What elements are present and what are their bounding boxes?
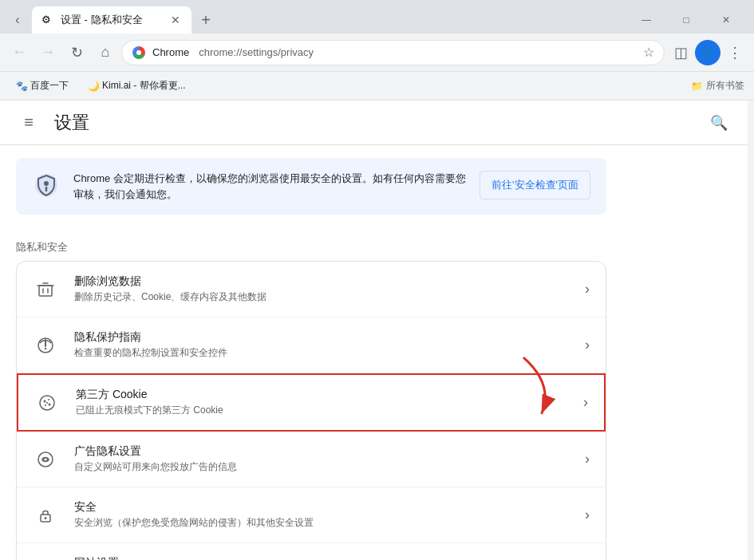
settings-card: 删除浏览数据 删除历史记录、Cookie、缓存内容及其他数据 › (16, 261, 606, 560)
svg-point-18 (46, 402, 48, 404)
settings-search-button[interactable]: 🔍 (706, 110, 732, 136)
address-bar[interactable]: Chrome chrome://settings/privacy ☆ (121, 40, 665, 65)
svg-point-10 (45, 347, 46, 349)
third-party-cookies-arrow: › (583, 394, 588, 411)
svg-point-22 (45, 517, 47, 519)
security-text: 安全 安全浏览（保护您免受危险网站的侵害）和其他安全设置 (74, 500, 569, 530)
tab-favicon: ⚙ (41, 14, 54, 26)
tab-back-btn[interactable]: ‹ (6, 9, 29, 31)
third-party-cookies-text: 第三方 Cookie 已阻止无痕模式下的第三方 Cookie (76, 388, 567, 417)
safety-check-text: Chrome 会定期进行检查，以确保您的浏览器使用最安全的设置。如有任何内容需要… (73, 171, 467, 202)
active-tab[interactable]: ⚙ 设置 - 隐私和安全 ✕ (32, 6, 191, 34)
settings-content: ≡ 设置 🔍 (0, 101, 748, 560)
address-url: chrome://settings/privacy (199, 46, 314, 58)
ad-privacy-icon (33, 447, 58, 472)
security-lock-icon (33, 503, 58, 528)
more-menu-button[interactable]: ⋮ (722, 40, 748, 65)
tab-title: 设置 - 隐私和安全 (61, 13, 163, 27)
safety-check-icon (32, 171, 61, 199)
ad-privacy-text: 广告隐私设置 自定义网站可用来向您投放广告的信息 (74, 444, 569, 474)
address-favicon (132, 45, 146, 60)
ad-privacy-subtitle: 自定义网站可用来向您投放广告的信息 (74, 460, 569, 474)
section-title: 隐私和安全 (16, 227, 606, 261)
profile-button[interactable]: 👤 (695, 40, 720, 65)
site-settings-title: 网站设置 (74, 556, 569, 560)
reload-button[interactable]: ↻ (64, 40, 89, 65)
svg-point-19 (38, 452, 53, 467)
bookmark-star-icon[interactable]: ☆ (643, 45, 654, 60)
kimi-favicon: 🌙 (88, 81, 99, 92)
cookie-icon (34, 390, 60, 416)
svg-point-15 (48, 399, 49, 400)
settings-item-privacy-guide[interactable]: 隐私保护指南 检查重要的隐私控制设置和安全控件 › (17, 317, 606, 373)
privacy-guide-text: 隐私保护指南 检查重要的隐私控制设置和安全控件 (74, 330, 569, 360)
menu-button[interactable]: ≡ (16, 110, 41, 136)
content-area: Chrome 会定期进行检查，以确保您的浏览器使用最安全的设置。如有任何内容需要… (0, 158, 622, 560)
bookmark-kimi[interactable]: 🌙 Kimi.ai - 帮你看更... (81, 76, 192, 96)
new-tab-button[interactable]: + (195, 9, 217, 31)
settings-item-ad-privacy[interactable]: 广告隐私设置 自定义网站可用来向您投放广告的信息 › (17, 432, 606, 487)
settings-item-security[interactable]: 安全 安全浏览（保护您免受危险网站的侵害）和其他安全设置 › (17, 487, 606, 543)
site-settings-text: 网站设置 控制网站可以使用和显示的信息（位置信息、摄像头、弹出式窗口等） (74, 556, 569, 560)
settings-header: ≡ 设置 🔍 (0, 101, 748, 145)
svg-point-20 (44, 457, 48, 461)
clear-browsing-subtitle: 删除历史记录、Cookie、缓存内容及其他数据 (74, 290, 569, 304)
privacy-guide-title: 隐私保护指南 (74, 330, 569, 345)
safety-check-banner: Chrome 会定期进行检查，以确保您的浏览器使用最安全的设置。如有任何内容需要… (16, 158, 606, 215)
settings-item-site-settings[interactable]: 网站设置 控制网站可以使用和显示的信息（位置信息、摄像头、弹出式窗口等） › (17, 543, 606, 560)
tab-close-button[interactable]: ✕ (169, 14, 182, 26)
clear-browsing-text: 删除浏览数据 删除历史记录、Cookie、缓存内容及其他数据 (74, 274, 569, 304)
svg-rect-3 (39, 286, 52, 296)
security-arrow: › (585, 507, 590, 523)
settings-item-third-party-cookies[interactable]: 第三方 Cookie 已阻止无痕模式下的第三方 Cookie › (17, 373, 606, 432)
trash-icon (33, 277, 58, 302)
security-subtitle: 安全浏览（保护您免受危险网站的侵害）和其他安全设置 (74, 516, 569, 530)
address-site-name: Chrome (152, 46, 189, 58)
chrome-logo-icon (132, 46, 145, 59)
bookmark-baidu[interactable]: 🐾 百度一下 (10, 76, 75, 96)
safety-check-description: Chrome 会定期进行检查，以确保您的浏览器使用最安全的设置。如有任何内容需要… (73, 171, 467, 202)
kimi-label: Kimi.ai - 帮你看更... (102, 79, 186, 93)
third-party-cookies-subtitle: 已阻止无痕模式下的第三方 Cookie (76, 404, 567, 417)
ad-privacy-arrow: › (585, 451, 590, 467)
baidu-favicon: 🐾 (16, 81, 27, 92)
browser-window: ‹ ⚙ 设置 - 隐私和安全 ✕ + — □ ✕ ← → ↻ ⌂ Chrome … (0, 0, 754, 560)
extensions-button[interactable]: ◫ (668, 40, 693, 65)
bookmarks-folder-icon: 📁 (691, 81, 703, 92)
clear-browsing-title: 删除浏览数据 (74, 274, 569, 289)
settings-page: ≡ 设置 🔍 (0, 101, 754, 560)
back-button[interactable]: ← (6, 40, 32, 65)
all-bookmarks-label: 所有书签 (706, 79, 744, 93)
close-button[interactable]: ✕ (708, 9, 744, 31)
baidu-label: 百度一下 (30, 79, 69, 93)
third-party-cookies-title: 第三方 Cookie (76, 388, 567, 402)
clear-browsing-arrow: › (585, 281, 590, 298)
minimize-button[interactable]: — (628, 9, 665, 31)
search-icon: 🔍 (710, 114, 728, 132)
svg-point-17 (45, 404, 46, 406)
settings-page-title: 设置 (54, 111, 89, 135)
forward-button[interactable]: → (35, 40, 61, 65)
scrollbar[interactable] (748, 101, 754, 560)
all-bookmarks-button[interactable]: 📁 所有书签 (691, 79, 744, 93)
security-title: 安全 (74, 500, 569, 515)
home-button[interactable]: ⌂ (93, 40, 118, 65)
privacy-guide-subtitle: 检查重要的隐私控制设置和安全控件 (74, 346, 569, 360)
privacy-guide-icon (33, 333, 58, 358)
svg-point-1 (44, 181, 49, 186)
safety-check-button[interactable]: 前往'安全检查'页面 (480, 171, 590, 199)
privacy-guide-arrow: › (585, 337, 590, 353)
svg-point-14 (44, 400, 46, 402)
settings-item-clear-browsing[interactable]: 删除浏览数据 删除历史记录、Cookie、缓存内容及其他数据 › (17, 262, 606, 317)
bookmarks-bar: 🐾 百度一下 🌙 Kimi.ai - 帮你看更... 📁 所有书签 (0, 72, 754, 101)
window-controls: — □ ✕ (628, 9, 748, 31)
nav-actions: ◫ 👤 ⋮ (668, 40, 748, 65)
ad-privacy-title: 广告隐私设置 (74, 444, 569, 459)
maximize-button[interactable]: □ (668, 9, 705, 31)
tab-bar: ‹ ⚙ 设置 - 隐私和安全 ✕ + — □ ✕ (0, 0, 754, 34)
svg-point-16 (49, 403, 51, 405)
navigation-bar: ← → ↻ ⌂ Chrome chrome://settings/privacy… (0, 34, 754, 72)
